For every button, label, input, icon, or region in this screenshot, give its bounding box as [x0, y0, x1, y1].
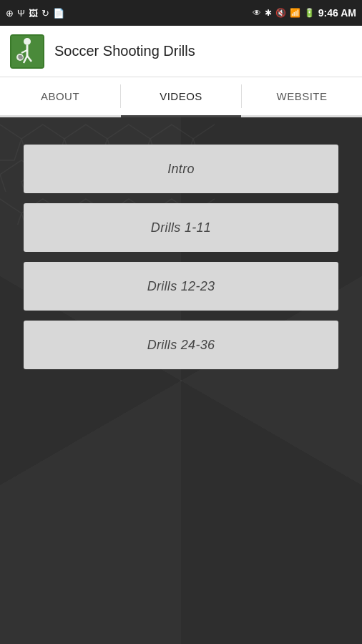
refresh-icon: ↻ [41, 8, 49, 19]
status-time: 9:46 AM [318, 7, 356, 19]
wifi-icon: 📶 [290, 8, 300, 18]
drills-24-36-button[interactable]: Drills 24-36 [24, 321, 338, 369]
main-content: Intro Drills 1-11 Drills 12-23 Drills 24… [0, 117, 362, 644]
tab-bar: About Videos Website [0, 77, 362, 117]
drills-12-23-button[interactable]: Drills 12-23 [24, 262, 338, 311]
battery-icon: 🔋 [304, 8, 315, 18]
image-icon: 🖼 [29, 8, 38, 19]
app-icon [10, 34, 44, 69]
svg-point-1 [24, 38, 31, 45]
usb-icon: Ψ [17, 8, 25, 19]
file-icon: 📄 [53, 8, 64, 19]
intro-button[interactable]: Intro [24, 145, 338, 193]
drills-1-11-button[interactable]: Drills 1-11 [24, 203, 338, 252]
status-left-icons: ⊕ Ψ 🖼 ↻ 📄 [6, 8, 64, 19]
tab-website[interactable]: Website [242, 77, 362, 117]
status-bar: ⊕ Ψ 🖼 ↻ 📄 👁 ✱ 🔇 📶 🔋 9:46 AM [0, 0, 362, 26]
app-header: Soccer Shooting Drills [0, 26, 362, 77]
bluetooth-icon: ✱ [265, 8, 272, 18]
sound-icon: 🔇 [275, 8, 286, 18]
tab-about[interactable]: About [0, 77, 120, 117]
add-icon: ⊕ [6, 8, 14, 19]
status-right-icons: 👁 ✱ 🔇 📶 🔋 9:46 AM [253, 7, 356, 19]
app-title: Soccer Shooting Drills [54, 43, 195, 59]
tab-videos[interactable]: Videos [121, 77, 241, 117]
drill-buttons-container: Intro Drills 1-11 Drills 12-23 Drills 24… [24, 145, 338, 369]
eye-icon: 👁 [253, 8, 261, 18]
